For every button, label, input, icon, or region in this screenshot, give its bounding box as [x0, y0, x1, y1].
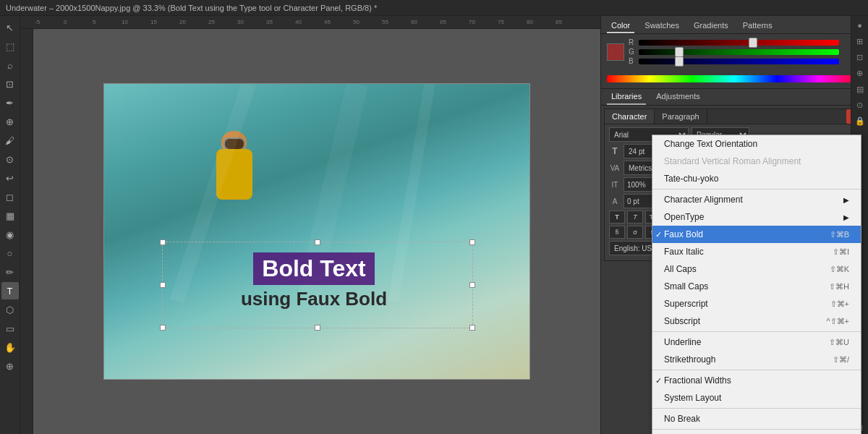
panel-icon-3[interactable]: ⊡	[854, 51, 867, 64]
menu-item-opentype[interactable]: OpenType▶	[652, 208, 861, 226]
italic-btn[interactable]: T	[627, 210, 643, 224]
tab-libraries[interactable]: Libraries	[607, 89, 646, 105]
menu-item-all-caps[interactable]: All Caps⇧⌘K	[652, 260, 861, 278]
menu-shortcut-superscript: ⇧⌘+	[830, 299, 849, 309]
right-panel: Color Swatches Gradients Patterns ▸ R	[600, 16, 868, 434]
tick-13: 60	[411, 19, 440, 25]
tab-gradients[interactable]: Gradients	[689, 19, 733, 33]
tick-14: 65	[440, 19, 469, 25]
canvas-content[interactable]: Bold Text using Faux Bold	[33, 29, 600, 434]
shape-tool[interactable]: ▭	[1, 320, 19, 337]
blue-slider-track[interactable]	[639, 59, 839, 64]
menu-item-no-break[interactable]: No Break	[652, 410, 861, 427]
panel-icon-6[interactable]: ⊙	[854, 98, 867, 111]
tick-16: 75	[498, 19, 527, 25]
hand-tool[interactable]: ✋	[1, 339, 19, 356]
lasso-tool[interactable]: ⌕	[1, 56, 19, 74]
brush-tool[interactable]: 🖌	[1, 132, 19, 149]
tick-9: 40	[295, 19, 324, 25]
menu-separator	[652, 189, 861, 190]
selection-handle-tc[interactable]	[315, 239, 320, 245]
red-slider-thumb[interactable]	[749, 38, 757, 48]
gradient-tool[interactable]: ▦	[1, 207, 19, 224]
menu-item-label-opentype: OpenType	[664, 212, 704, 222]
green-slider-track[interactable]	[639, 49, 839, 55]
menu-item-change-text-orientation[interactable]: Change Text Orientation	[652, 135, 861, 153]
rgb-sliders: R 149 G 54	[629, 38, 862, 65]
zoom-tool[interactable]: ⊕	[1, 357, 19, 375]
menu-item-faux-bold[interactable]: Faux Bold⇧⌘B	[652, 226, 861, 243]
menu-item-label-faux-bold: Faux Bold	[664, 229, 703, 239]
history-tool[interactable]: ↩	[1, 169, 19, 187]
selection-handle-tl[interactable]	[160, 239, 166, 245]
tick-18: 85	[556, 19, 584, 25]
menu-item-system-layout[interactable]: System Layout	[652, 389, 861, 407]
menu-item-middle-eastern[interactable]: Middle Eastern Features▶	[652, 431, 861, 434]
panel-icon-7[interactable]: 🔒	[854, 114, 867, 127]
green-slider-row: G 54	[629, 48, 862, 56]
green-slider-thumb[interactable]	[675, 47, 684, 57]
menu-item-strikethrough[interactable]: Strikethrough⇧⌘/	[652, 351, 861, 368]
blur-tool[interactable]: ◉	[1, 226, 19, 243]
ligature-btn[interactable]: fi	[609, 226, 625, 239]
eyedropper-tool[interactable]: ✒	[1, 94, 19, 111]
baseline-icon: A	[609, 197, 621, 205]
panel-icon-4[interactable]: ⊕	[854, 67, 867, 80]
vert-scale-icon: IT	[609, 181, 621, 189]
selection-handle-bc[interactable]	[315, 325, 320, 331]
tick-12: 55	[382, 19, 411, 25]
vertical-ruler	[20, 29, 33, 434]
menu-item-subscript[interactable]: Subscript^⇧⌘+	[652, 312, 861, 330]
selection-handle-mr[interactable]	[469, 282, 475, 288]
dodge-tool[interactable]: ○	[1, 244, 19, 262]
document-canvas[interactable]: Bold Text using Faux Bold	[103, 83, 530, 380]
menu-item-fractional-widths[interactable]: Fractional Widths	[652, 372, 861, 389]
type-tool[interactable]: T	[1, 282, 19, 299]
panel-icon-2[interactable]: ⊞	[854, 35, 867, 48]
blue-slider-thumb[interactable]	[675, 56, 684, 67]
tab-swatches[interactable]: Swatches	[640, 19, 684, 33]
menu-item-char-alignment[interactable]: Character Alignment▶	[652, 191, 861, 208]
bold-btn[interactable]: T	[609, 210, 625, 224]
menu-item-label-fractional-widths: Fractional Widths	[664, 375, 731, 386]
menu-item-label-tate-chu-yoko: Tate-chu-yoko	[664, 174, 718, 184]
clone-tool[interactable]: ⊙	[1, 150, 19, 168]
red-slider-track[interactable]	[639, 40, 839, 46]
menu-item-superscript[interactable]: Superscript⇧⌘+	[652, 295, 861, 312]
pen-tool[interactable]: ✏	[1, 263, 19, 281]
selection-handle-ml[interactable]	[160, 282, 166, 288]
canvas-area: -5 0 5 10 15 20 25 30 35 40 45 50 55 60 …	[20, 16, 600, 434]
tab-adjustments[interactable]: Adjustments	[652, 89, 705, 105]
discretionary-ligature-btn[interactable]: σ	[627, 226, 643, 239]
tab-patterns[interactable]: Patterns	[739, 19, 777, 33]
move-tool[interactable]: ↖	[1, 19, 19, 36]
selection-handle-br[interactable]	[469, 325, 475, 331]
marquee-tool[interactable]: ⬚	[1, 38, 19, 55]
menu-item-faux-italic[interactable]: Faux Italic⇧⌘I	[652, 243, 861, 260]
tab-color[interactable]: Color	[607, 19, 634, 33]
selection-handle-bl[interactable]	[160, 325, 166, 331]
selection-handle-tr[interactable]	[469, 239, 475, 245]
path-tool[interactable]: ⬡	[1, 301, 19, 318]
canvas-text-content[interactable]: Bold Text using Faux Bold	[169, 252, 459, 310]
tick-5: 20	[179, 19, 208, 25]
hue-bar[interactable]	[607, 75, 862, 82]
heal-tool[interactable]: ⊕	[1, 113, 19, 130]
eraser-tool[interactable]: ◻	[1, 188, 19, 205]
panel-icon-1[interactable]: ●	[854, 19, 867, 32]
menu-item-underline[interactable]: Underline⇧⌘U	[652, 333, 861, 351]
menu-arrow-char-alignment: ▶	[843, 196, 849, 204]
red-slider-row: R 149	[629, 38, 862, 46]
menu-item-label-no-break: No Break	[664, 414, 700, 424]
panel-icon-5[interactable]: ▤	[854, 82, 867, 95]
menu-item-small-caps[interactable]: Small Caps⇧⌘H	[652, 278, 861, 295]
menu-separator	[652, 408, 861, 409]
blue-slider-row: B 54	[629, 57, 862, 65]
tab-character[interactable]: Character	[605, 109, 655, 124]
g-label: G	[629, 48, 636, 56]
tab-paragraph[interactable]: Paragraph	[655, 109, 707, 124]
crop-tool[interactable]: ⊡	[1, 75, 19, 93]
menu-shortcut-small-caps: ⇧⌘H	[829, 282, 849, 292]
color-swatch[interactable]	[607, 43, 624, 61]
menu-item-tate-chu-yoko[interactable]: Tate-chu-yoko	[652, 170, 861, 187]
